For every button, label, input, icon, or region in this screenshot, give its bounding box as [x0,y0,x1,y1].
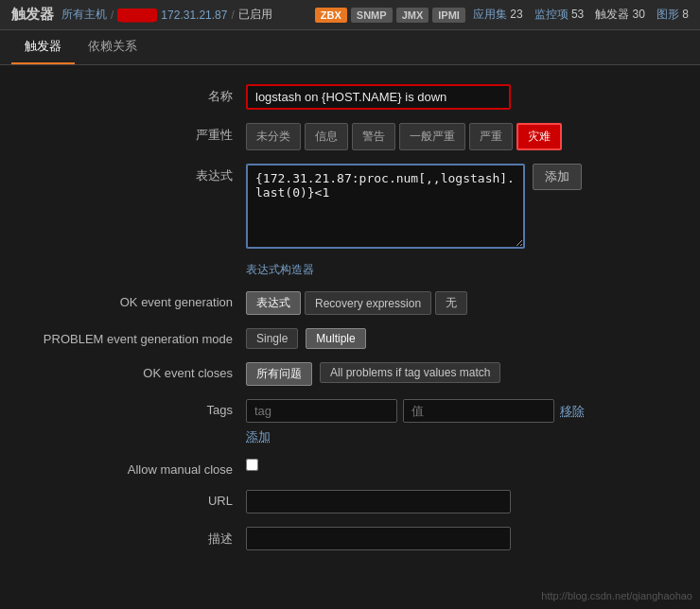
breadcrumb-sep2: / [231,9,234,22]
allow-close-checkbox[interactable] [246,459,258,471]
nav-triggers-active: 触发器 30 [595,7,645,23]
ok-event-label: OK event generation [38,291,246,309]
add-expression-button[interactable]: 添加 [533,164,582,190]
nav-graphs[interactable]: 图形 8 [656,7,689,23]
expr-builder-link[interactable]: 表达式构造器 [246,262,314,278]
nav-appsets[interactable]: 应用集 23 [473,7,523,23]
breadcrumb-host-ip[interactable]: 172.31.21.87 [161,9,227,22]
ok-event-row: OK event generation 表达式 Recovery express… [38,291,662,315]
nav-links: 应用集 23 监控项 53 触发器 30 图形 8 [473,7,689,23]
expr-builder-row: 表达式构造器 [38,262,662,278]
badge-jmx: JMX [396,8,429,23]
problem-mode-control: Single Multiple [246,328,662,349]
expression-textarea[interactable]: {172.31.21.87:proc.num[,,logstash].last(… [246,164,525,249]
url-label: URL [38,490,246,508]
problem-mode-label: PROBLEM event generation mode [38,328,246,346]
severity-buttons: 未分类 信息 警告 一般严重 严重 灾难 [246,123,562,150]
desc-row: 描述 [38,527,662,550]
ok-event-control: 表达式 Recovery expression 无 [246,291,662,315]
name-input[interactable] [246,84,511,110]
expression-row: 表达式 {172.31.21.87:proc.num[,,logstash].l… [38,164,662,249]
ok-closes-all-btn[interactable]: 所有问题 [246,362,312,386]
url-control [246,490,662,513]
nav-graphs-count: 8 [682,8,689,21]
expr-builder-control: 表达式构造器 [246,262,662,278]
name-control [246,84,662,110]
desc-control [246,527,662,550]
allow-close-row: Allow manual close [38,459,662,477]
url-row: URL [38,490,662,513]
tags-control: 移除 添加 [246,399,662,445]
problem-mode-row: PROBLEM event generation mode Single Mul… [38,328,662,349]
top-header: 触发器 所有主机 / ████ 172.31.21.87 / 已启用 ZBX S… [0,0,700,30]
breadcrumb-status: 已启用 [238,7,272,23]
nav-appsets-count: 23 [510,8,522,21]
sev-info[interactable]: 信息 [305,123,348,150]
breadcrumb-redacted: ████ [117,9,157,22]
badge-zbx: ZBX [315,8,347,23]
tab-dependencies[interactable]: 依赖关系 [75,30,150,64]
ok-btn-recovery[interactable]: Recovery expression [305,291,431,315]
sev-high[interactable]: 严重 [469,123,513,150]
severity-label: 严重性 [38,123,246,144]
ok-closes-control: 所有问题 All problems if tag values match [246,362,662,386]
sev-warning[interactable]: 警告 [352,123,395,150]
ok-event-buttons: 表达式 Recovery expression 无 [246,291,467,315]
allow-close-label: Allow manual close [38,459,246,477]
nav-monitors[interactable]: 监控项 53 [534,7,585,23]
desc-label: 描述 [38,527,246,548]
expression-label: 表达式 [38,164,246,184]
badge-snmp: SNMP [351,8,393,23]
watermark: http://blog.csdn.net/qianghaohao [541,590,692,601]
tab-triggers[interactable]: 触发器 [11,30,75,64]
ok-closes-row: OK event closes 所有问题 All problems if tag… [38,362,662,386]
main-content: 名称 严重性 未分类 信息 警告 一般严重 严重 灾难 表达式 {172.31.… [0,65,700,583]
tags-row: Tags 移除 添加 [38,399,662,445]
sev-average[interactable]: 一般严重 [399,123,465,150]
status-badges: ZBX SNMP JMX IPMI [315,8,465,23]
allow-close-control [246,459,662,471]
sev-unclassified[interactable]: 未分类 [246,123,301,150]
name-row: 名称 [38,84,662,110]
tab-bar: 触发器 依赖关系 [0,30,700,65]
problem-single-btn[interactable]: Single [246,328,298,349]
url-input[interactable] [246,490,511,513]
ok-closes-tag-btn[interactable]: All problems if tag values match [320,362,500,383]
add-tag-link[interactable]: 添加 [246,428,271,445]
name-label: 名称 [38,84,246,105]
breadcrumb: 所有主机 / ████ 172.31.21.87 / 已启用 [61,7,307,23]
ok-btn-expression[interactable]: 表达式 [246,291,301,315]
expression-control: {172.31.21.87:proc.num[,,logstash].last(… [246,164,662,249]
problem-multiple-btn[interactable]: Multiple [306,328,365,349]
tags-label: Tags [38,399,246,417]
page-title: 触发器 [11,6,54,24]
tag-input[interactable] [246,399,397,423]
breadcrumb-all-hosts[interactable]: 所有主机 [61,7,107,23]
expr-builder-spacer [38,262,246,266]
desc-input[interactable] [246,527,511,550]
tag-entry: 移除 [246,399,585,423]
severity-control: 未分类 信息 警告 一般严重 严重 灾难 [246,123,662,150]
breadcrumb-sep: / [111,9,114,22]
ok-btn-none[interactable]: 无 [435,291,467,315]
severity-row: 严重性 未分类 信息 警告 一般严重 严重 灾难 [38,123,662,150]
value-input[interactable] [403,399,554,423]
badge-ipmi: IPMI [432,8,465,23]
sev-disaster[interactable]: 灾难 [516,123,562,150]
ok-closes-label: OK event closes [38,362,246,380]
remove-tag-button[interactable]: 移除 [560,403,585,420]
nav-monitors-count: 53 [571,8,584,21]
